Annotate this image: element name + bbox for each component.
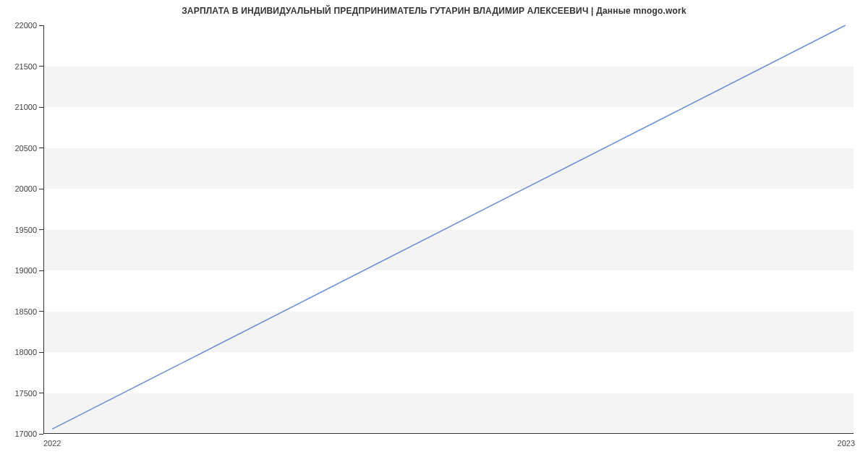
y-axis-label: 22000 xyxy=(14,21,37,30)
y-tick xyxy=(39,25,43,26)
y-tick xyxy=(39,148,43,148)
y-axis-label: 17000 xyxy=(14,430,37,438)
salary-line-chart: ЗАРПЛАТА В ИНДИВИДУАЛЬНЫЙ ПРЕДПРИНИМАТЕЛ… xyxy=(0,0,868,470)
y-axis-label: 20000 xyxy=(14,184,37,193)
y-axis-label: 18500 xyxy=(14,307,37,316)
x-axis-label: 2023 xyxy=(838,439,855,448)
y-tick xyxy=(39,352,43,353)
y-axis-label: 19000 xyxy=(14,266,37,275)
y-axis-label: 20500 xyxy=(14,144,37,153)
y-axis-label: 17500 xyxy=(14,389,37,398)
y-axis-label: 21500 xyxy=(14,62,37,71)
y-tick xyxy=(39,393,43,393)
y-axis-label: 21000 xyxy=(14,103,37,111)
y-tick xyxy=(39,434,43,435)
plot-area: 1700017500180001850019000195002000020500… xyxy=(43,25,854,434)
y-tick xyxy=(39,66,43,67)
y-axis-label: 18000 xyxy=(14,348,37,356)
y-tick xyxy=(39,229,43,230)
y-tick xyxy=(39,311,43,312)
chart-title: ЗАРПЛАТА В ИНДИВИДУАЛЬНЫЙ ПРЕДПРИНИМАТЕЛ… xyxy=(0,6,868,16)
y-axis-label: 19500 xyxy=(14,226,37,234)
x-axis-label: 2022 xyxy=(43,439,61,448)
y-tick xyxy=(39,189,43,189)
series-line xyxy=(52,25,846,429)
line-series xyxy=(44,25,854,433)
y-tick xyxy=(39,107,43,108)
y-tick xyxy=(39,270,43,271)
